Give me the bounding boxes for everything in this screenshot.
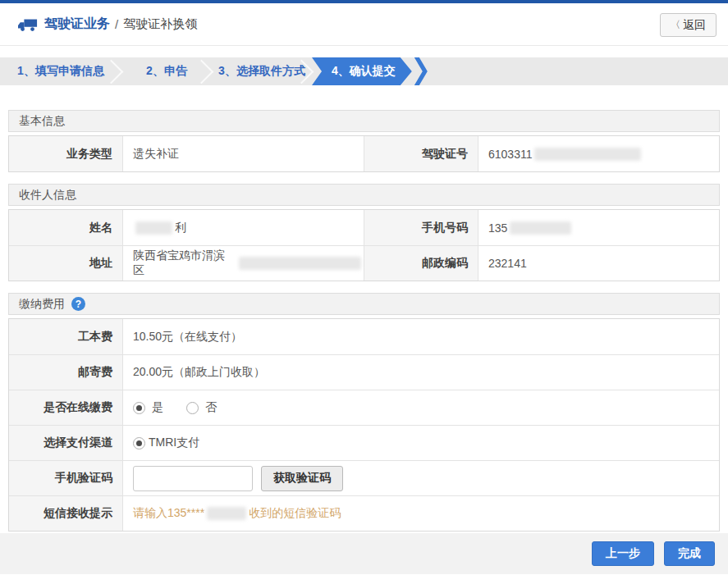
phone-value: 135 <box>478 210 719 245</box>
footer-action-bar: 上一步 完成 <box>0 533 728 574</box>
prev-step-button[interactable]: 上一步 <box>592 541 654 566</box>
step-tab-3[interactable]: 3、选择取件方式 <box>212 57 312 85</box>
truck-icon <box>18 17 38 32</box>
online-pay-yes-radio[interactable] <box>133 402 145 414</box>
sms-hint-prefix: 请输入135**** <box>133 506 204 521</box>
phone-visible: 135 <box>488 221 507 235</box>
table-row: 地址 陕西省宝鸡市渭滨区 邮政编码 232141 <box>9 245 719 281</box>
payment-channel-label: 选择支付渠道 <box>9 426 122 460</box>
back-button[interactable]: 〈 返回 <box>660 13 717 37</box>
sms-code-label: 手机验证码 <box>9 461 122 495</box>
brand-title: 驾驶证业务 <box>44 16 110 33</box>
payment-table: 工本费 10.50元（在线支付） 邮寄费 20.00元（邮政上门收取） 是否在线… <box>8 318 720 532</box>
step-label: 1、填写申请信息 <box>17 64 104 79</box>
table-row: 工本费 10.50元（在线支付） <box>9 319 719 354</box>
payment-channel-radio[interactable] <box>133 437 145 449</box>
breadcrumb-divider: / <box>115 17 118 31</box>
recipient-info-header: 收件人信息 <box>8 184 720 206</box>
name-label: 姓名 <box>9 210 122 245</box>
recipient-info-title: 收件人信息 <box>19 188 76 203</box>
basic-info-title: 基本信息 <box>19 114 65 129</box>
redacted-blur <box>135 221 172 235</box>
sms-code-field: 获取验证码 <box>122 461 719 495</box>
step-label: 4、确认提交 <box>332 64 396 79</box>
online-pay-no-option: 否 <box>186 400 217 415</box>
postage-fee-value: 20.00元（邮政上门收取） <box>122 355 719 390</box>
finish-button[interactable]: 完成 <box>664 541 715 566</box>
postcode-value: 232141 <box>478 246 719 281</box>
redacted-blur <box>510 221 571 235</box>
sms-hint-label: 短信接收提示 <box>9 496 122 531</box>
table-row: 姓名 利 手机号码 135 <box>9 210 719 245</box>
sms-code-input[interactable] <box>133 466 253 491</box>
online-pay-yes-label: 是 <box>152 400 163 415</box>
payment-header: 缴纳费用 ? <box>8 293 720 315</box>
table-row: 短信接收提示 请输入135**** 收到的短信验证码 <box>9 495 719 531</box>
table-row: 选择支付渠道 TMRI支付 <box>9 425 719 460</box>
business-type-label: 业务类型 <box>9 136 122 171</box>
phone-label: 手机号码 <box>364 210 478 245</box>
basic-info-header: 基本信息 <box>8 110 720 132</box>
table-row: 手机验证码 获取验证码 <box>9 460 719 495</box>
sms-hint-suffix: 收到的短信验证码 <box>249 506 341 521</box>
back-chevron-icon: 〈 <box>671 18 680 32</box>
online-pay-no-radio[interactable] <box>186 402 199 414</box>
redacted-blur <box>207 507 246 520</box>
recipient-info-table: 姓名 利 手机号码 135 地址 陕西省宝鸡市渭滨区 邮政编码 23214 <box>8 209 720 281</box>
get-sms-code-button[interactable]: 获取验证码 <box>261 466 343 491</box>
step-arrow-tail-icon <box>414 57 428 85</box>
name-visible: 利 <box>175 221 186 235</box>
online-pay-no-label: 否 <box>205 400 217 415</box>
address-label: 地址 <box>9 246 122 281</box>
cost-fee-label: 工本费 <box>9 319 122 354</box>
step-tab-1[interactable]: 1、填写申请信息 <box>0 57 121 85</box>
online-pay-yes-option: 是 <box>133 400 163 415</box>
step-label: 3、选择取件方式 <box>218 64 305 79</box>
name-value: 利 <box>122 210 364 245</box>
redacted-blur <box>239 257 361 270</box>
step-label: 2、申告 <box>146 64 187 79</box>
steps-bar: 1、填写申请信息 2、申告 3、选择取件方式 4、确认提交 <box>0 57 728 85</box>
license-number-visible: 6103311 <box>488 148 532 161</box>
cost-fee-value: 10.50元（在线支付） <box>122 319 719 354</box>
step-tab-4-active[interactable]: 4、确认提交 <box>312 57 412 85</box>
main-content: 基本信息 业务类型 遗失补证 驾驶证号 6103311 收件人信息 姓名 <box>0 110 728 532</box>
payment-channel-option: TMRI支付 <box>133 436 199 450</box>
basic-info-table: 业务类型 遗失补证 驾驶证号 6103311 <box>8 135 720 172</box>
postage-fee-label: 邮寄费 <box>9 355 122 390</box>
license-number-value: 6103311 <box>478 136 719 171</box>
payment-channel-options: TMRI支付 <box>122 426 719 460</box>
section-recipient-info: 收件人信息 姓名 利 手机号码 135 地址 陕西省宝鸡市渭滨区 <box>8 184 720 281</box>
back-button-label: 返回 <box>683 18 706 33</box>
table-row: 邮寄费 20.00元（邮政上门收取） <box>9 354 719 390</box>
step-tab-2[interactable]: 2、申告 <box>121 57 212 85</box>
section-basic-info: 基本信息 业务类型 遗失补证 驾驶证号 6103311 <box>8 110 720 172</box>
section-payment: 缴纳费用 ? 工本费 10.50元（在线支付） 邮寄费 20.00元（邮政上门收… <box>8 293 720 532</box>
page-header: 驾驶证业务 / 驾驶证补换领 〈 返回 <box>0 3 728 46</box>
address-visible: 陕西省宝鸡市渭滨区 <box>133 249 236 278</box>
page-title: 驾驶证补换领 <box>123 16 197 32</box>
table-row: 业务类型 遗失补证 驾驶证号 6103311 <box>9 136 719 171</box>
help-icon[interactable]: ? <box>71 297 85 311</box>
postcode-label: 邮政编码 <box>364 246 478 281</box>
address-value: 陕西省宝鸡市渭滨区 <box>122 246 364 281</box>
table-row: 是否在线缴费 是 否 <box>9 390 719 425</box>
online-pay-label: 是否在线缴费 <box>9 390 122 425</box>
payment-title: 缴纳费用 <box>19 297 65 312</box>
payment-channel-option-label: TMRI支付 <box>149 436 199 450</box>
sms-hint-text: 请输入135**** 收到的短信验证码 <box>122 496 719 531</box>
redacted-blur <box>534 148 641 161</box>
license-number-label: 驾驶证号 <box>364 136 478 171</box>
business-type-value: 遗失补证 <box>122 136 364 171</box>
online-pay-options: 是 否 <box>122 390 719 425</box>
